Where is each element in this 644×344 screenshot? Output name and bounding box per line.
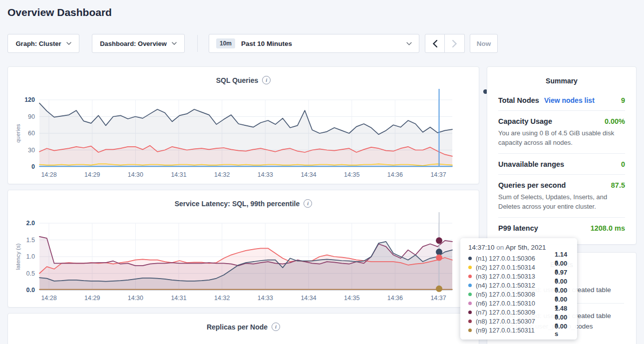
summary-row-subtext: You are using 0 B of 4.5 GiB usable disk… (498, 128, 625, 147)
tooltip-timestamp: 14:37:10 on Apr 5th, 2021 (468, 244, 570, 251)
svg-text:14:29: 14:29 (84, 171, 100, 178)
series-dot-icon (468, 257, 472, 260)
prev-time-button[interactable] (425, 34, 445, 53)
replicas-per-node-card: Replicas per Node i (7, 313, 479, 344)
svg-text:0: 0 (31, 163, 35, 170)
svg-text:90: 90 (28, 113, 35, 120)
dashboard-dropdown-label: Dashboard: Overview (100, 40, 167, 47)
time-range-picker[interactable]: 10m Past 10 Minutes (209, 34, 419, 53)
tooltip-node-label: (n5) 127.0.0.1:50308 (476, 291, 551, 298)
svg-text:latency (s): latency (s) (15, 243, 21, 270)
time-range-label: Past 10 Minutes (241, 40, 400, 47)
summary-row-label: P99 latency (498, 224, 538, 232)
svg-text:14:34: 14:34 (301, 295, 316, 302)
tooltip-node-label: (n7) 127.0.0.1:50309 (476, 309, 551, 316)
series-dot-icon (468, 311, 472, 314)
tooltip-node-label: (n2) 127.0.0.1:50314 (476, 264, 551, 271)
summary-row-label: Total Nodes (498, 96, 539, 104)
time-window-arrows (425, 34, 465, 53)
svg-text:14:32: 14:32 (214, 171, 230, 178)
svg-text:14:30: 14:30 (128, 295, 143, 302)
svg-text:14:33: 14:33 (258, 295, 273, 302)
tooltip-node-label: (n9) 127.0.0.1:50311 (476, 327, 551, 334)
svg-text:14:28: 14:28 (41, 171, 56, 178)
svg-text:14:35: 14:35 (344, 295, 359, 302)
summary-row-value: 0 (621, 160, 625, 168)
chevron-left-icon (433, 40, 437, 47)
chevron-down-icon (66, 42, 71, 45)
tooltip-node-row: (n9) 127.0.0.1:503110.00 s (468, 326, 570, 335)
sql-queries-chart[interactable]: 030609012014:2814:2914:3014:3114:3214:33… (8, 67, 480, 185)
svg-text:14:31: 14:31 (171, 171, 186, 178)
time-range-badge: 10m (216, 38, 235, 48)
svg-text:queries: queries (15, 124, 21, 143)
svg-text:0.0: 0.0 (26, 287, 35, 294)
summary-rows: Total NodesView nodes list9Capacity Usag… (498, 90, 625, 238)
now-button-label: Now (477, 40, 491, 47)
summary-row-subtext: Sum of Selects, Updates, Inserts, and De… (498, 192, 625, 211)
view-nodes-link[interactable]: View nodes list (544, 96, 595, 104)
summary-row: Unavailable ranges0 (498, 153, 625, 174)
series-dot-icon (468, 329, 472, 332)
summary-row-label: Queries per second (498, 181, 566, 189)
svg-text:14:37: 14:37 (430, 295, 446, 302)
tooltip-node-label: (n1) 127.0.0.1:50306 (476, 255, 551, 262)
series-dot-icon (468, 284, 472, 287)
page-title: Overview Dashboard (7, 6, 112, 18)
svg-text:14:36: 14:36 (387, 171, 403, 178)
svg-text:14:31: 14:31 (171, 295, 186, 302)
summary-row-value: 9 (621, 96, 625, 104)
summary-panel-title: Summary (498, 77, 625, 85)
now-button[interactable]: Now (470, 34, 498, 53)
svg-text:14:37: 14:37 (430, 171, 446, 178)
graph-dropdown[interactable]: Graph: Cluster (7, 34, 79, 53)
series-dot-icon (468, 266, 472, 269)
service-latency-chart[interactable]: 0.00.51.01.52.014:2814:2914:3014:3114:32… (8, 190, 480, 308)
replicas-per-node-title: Replicas per Node i (8, 314, 479, 331)
svg-text:14:28: 14:28 (41, 295, 56, 302)
svg-text:60: 60 (28, 130, 35, 137)
toolbar-divider (197, 35, 198, 52)
summary-row-value: 87.5 (611, 181, 625, 189)
summary-row: Queries per second87.5Sum of Selects, Up… (498, 174, 625, 217)
tooltip-node-label: (n4) 127.0.0.1:50312 (476, 282, 551, 289)
chart-hover-tooltip: 14:37:10 on Apr 5th, 2021 (n1) 127.0.0.1… (460, 238, 577, 340)
dashboard-dropdown[interactable]: Dashboard: Overview (92, 34, 185, 53)
summary-row-value: 1208.0 ms (591, 224, 625, 232)
svg-text:14:32: 14:32 (214, 295, 230, 302)
svg-text:1.0: 1.0 (26, 253, 35, 260)
series-dot-icon (468, 293, 472, 296)
chevron-right-icon (452, 40, 457, 47)
tooltip-node-label: (n8) 127.0.0.1:50307 (476, 318, 551, 325)
chevron-down-icon (406, 42, 412, 45)
tooltip-node-value: 0.00 s (555, 323, 570, 338)
svg-text:14:30: 14:30 (128, 171, 143, 178)
svg-text:30: 30 (28, 147, 35, 154)
summary-panel: Summary Total NodesView nodes list9Capac… (487, 66, 637, 245)
series-dot-icon (468, 302, 472, 305)
series-dot-icon (468, 320, 472, 323)
summary-row-value: 0.00% (605, 117, 625, 125)
svg-text:14:29: 14:29 (84, 295, 100, 302)
svg-text:14:35: 14:35 (344, 171, 359, 178)
svg-text:0.5: 0.5 (26, 270, 35, 277)
sql-queries-card: SQL Queries i 030609012014:2814:2914:301… (7, 66, 479, 184)
next-time-button[interactable] (445, 34, 465, 53)
tooltip-node-label: (n6) 127.0.0.1:50310 (476, 300, 551, 307)
graph-dropdown-label: Graph: Cluster (15, 40, 61, 47)
tooltip-node-rows: (n1) 127.0.0.1:503061.14 s(n2) 127.0.0.1… (468, 254, 570, 335)
summary-row-label: Capacity Usage (498, 117, 552, 125)
svg-text:14:34: 14:34 (301, 171, 316, 178)
summary-row: Capacity Usage0.00%You are using 0 B of … (498, 110, 625, 153)
service-latency-card: Service Latency: SQL, 99th percentile i … (7, 190, 479, 308)
chevron-down-icon (172, 42, 177, 45)
tooltip-node-label: (n3) 127.0.0.1:50313 (476, 273, 551, 280)
summary-row: Total NodesView nodes list9 (498, 90, 625, 110)
summary-row-label: Unavailable ranges (498, 160, 564, 168)
info-icon[interactable]: i (272, 323, 280, 331)
svg-text:120: 120 (24, 96, 35, 103)
svg-text:2.0: 2.0 (26, 220, 35, 227)
summary-row: P99 latency1208.0 ms (498, 217, 625, 238)
svg-text:14:33: 14:33 (258, 171, 273, 178)
series-dot-icon (468, 275, 472, 278)
